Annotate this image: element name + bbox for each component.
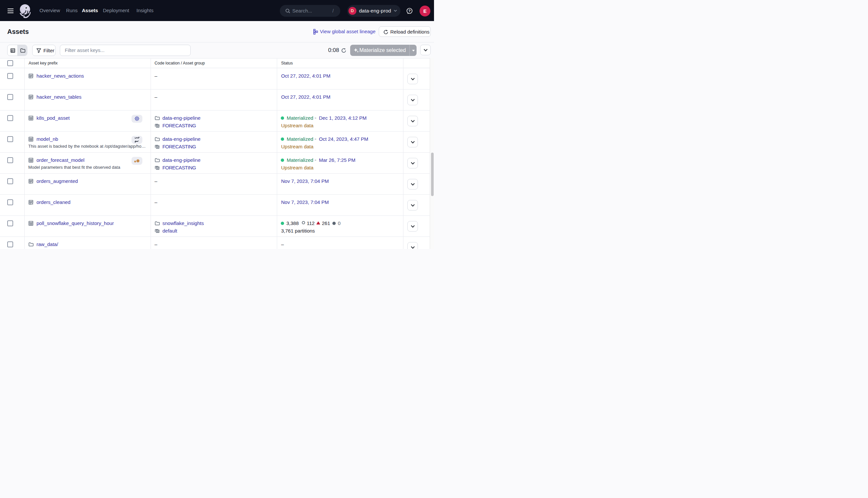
svg-text:?: ? <box>408 9 411 13</box>
